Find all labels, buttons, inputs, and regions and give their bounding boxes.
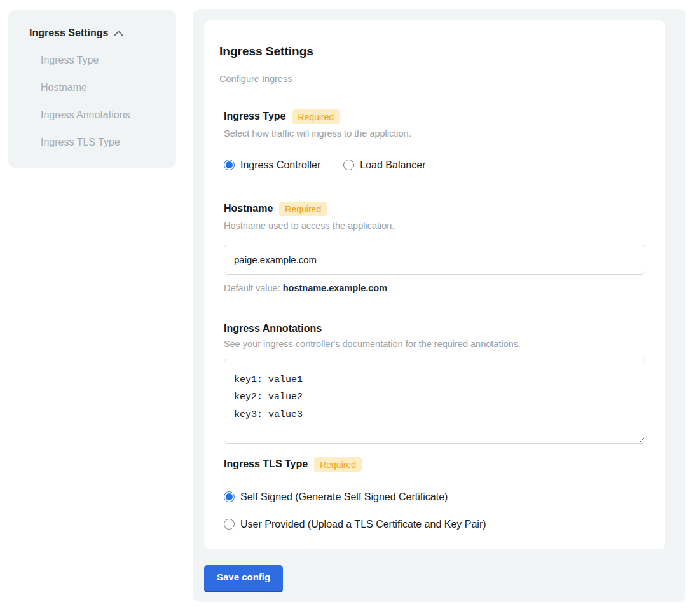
annotations-heading: Ingress Annotations [224,323,322,334]
radio-ingress-controller[interactable]: Ingress Controller [224,160,320,171]
section-hostname: Hostname Required Hostname used to acces… [224,202,652,293]
section-ingress-annotations: Ingress Annotations See your ingress con… [224,323,652,444]
required-badge: Required [292,109,340,124]
section-ingress-tls-type: Ingress TLS Type Required Self Signed (G… [224,457,652,530]
radio-label: User Provided (Upload a TLS Certificate … [240,519,486,530]
radio-button-icon[interactable] [224,160,235,170]
radio-button-icon[interactable] [224,491,235,502]
ingress-type-radio-group: Ingress Controller Load Balancer [224,160,652,171]
section-ingress-type: Ingress Type Required Select how traffic… [224,109,652,171]
tls-type-radio-group: Self Signed (Generate Self Signed Certif… [224,491,652,530]
required-badge: Required [279,202,327,216]
sidebar-group-ingress-settings[interactable]: Ingress Settings [29,27,176,39]
chevron-up-icon [114,30,123,36]
required-badge: Required [314,457,362,472]
radio-load-balancer[interactable]: Load Balancer [343,160,425,171]
page-subtitle: Configure Ingress [219,74,652,84]
tls-type-heading: Ingress TLS Type [224,458,308,470]
ingress-type-description: Select how traffic will ingress to the a… [224,128,652,139]
sidebar-item-ingress-tls-type[interactable]: Ingress TLS Type [41,136,176,148]
settings-sidebar: Ingress Settings Ingress Type Hostname I… [8,10,176,168]
hostname-heading: Hostname [224,203,273,214]
ingress-type-heading: Ingress Type [224,111,286,122]
radio-self-signed[interactable]: Self Signed (Generate Self Signed Certif… [224,491,652,503]
settings-panel: Ingress Settings Configure Ingress Ingre… [193,9,685,602]
save-config-button[interactable]: Save config [204,565,283,592]
hostname-input[interactable] [224,245,645,275]
sidebar-item-ingress-annotations[interactable]: Ingress Annotations [41,109,176,121]
annotations-textarea[interactable]: key1: value1 key2: value2 key3: value3 [224,359,645,444]
radio-label: Load Balancer [360,160,425,171]
radio-label: Ingress Controller [240,160,320,171]
page-title: Ingress Settings [219,44,652,58]
ingress-settings-card: Ingress Settings Configure Ingress Ingre… [204,20,665,549]
sidebar-group-label: Ingress Settings [29,27,108,39]
radio-button-icon[interactable] [343,160,354,170]
hostname-description: Hostname used to access the application. [224,221,652,231]
hostname-default-value: Default value: hostname.example.com [224,283,652,293]
radio-button-icon[interactable] [224,519,235,530]
hostname-default-value-text: hostname.example.com [283,283,387,293]
radio-label: Self Signed (Generate Self Signed Certif… [240,491,448,503]
sidebar-item-ingress-type[interactable]: Ingress Type [41,54,176,66]
sidebar-item-hostname[interactable]: Hostname [41,81,176,93]
radio-user-provided[interactable]: User Provided (Upload a TLS Certificate … [224,519,652,530]
annotations-description: See your ingress controller's documentat… [224,339,652,349]
